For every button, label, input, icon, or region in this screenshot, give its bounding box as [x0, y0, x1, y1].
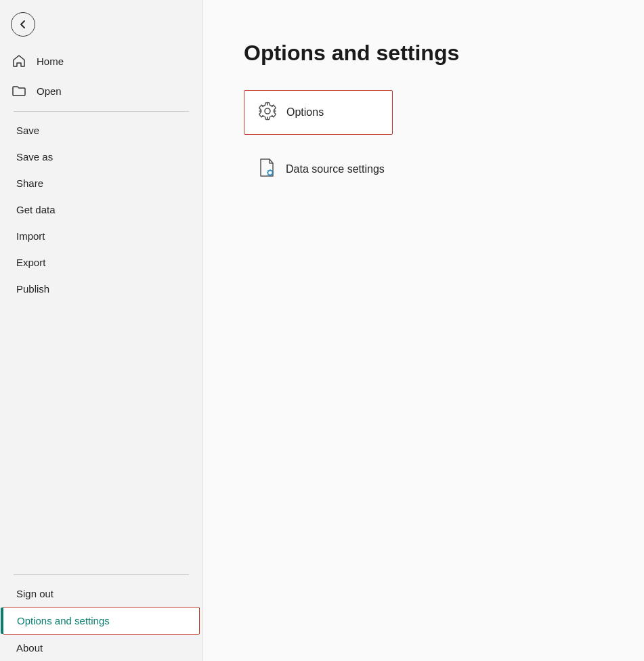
options-card-label: Options [286, 106, 324, 119]
sidebar-item-open-label: Open [37, 85, 62, 97]
folder-icon [11, 83, 27, 99]
main-content: Options and settings Options Data source… [203, 0, 644, 661]
sidebar-item-get-data[interactable]: Get data [0, 196, 202, 223]
sidebar-item-sign-out[interactable]: Sign out [0, 580, 202, 607]
sidebar-item-home-label: Home [37, 56, 64, 67]
bottom-divider [14, 574, 189, 575]
sidebar-item-save[interactable]: Save [0, 117, 202, 144]
sidebar-item-publish[interactable]: Publish [0, 276, 202, 302]
data-source-icon [257, 158, 276, 181]
svg-point-0 [265, 108, 270, 114]
gear-icon [258, 102, 277, 123]
options-card[interactable]: Options [244, 90, 393, 135]
nav-divider [14, 111, 189, 112]
home-icon [11, 53, 27, 69]
data-source-label: Data source settings [286, 163, 385, 175]
back-circle-icon[interactable] [11, 12, 35, 37]
sidebar-text-items: Save Save as Share Get data Import Expor… [0, 117, 202, 302]
sidebar-item-about[interactable]: About [0, 635, 202, 661]
sidebar-item-options-and-settings[interactable]: Options and settings [3, 607, 200, 635]
sidebar-bottom: Sign out Options and settings About [0, 569, 202, 661]
sidebar-item-home[interactable]: Home [0, 46, 202, 76]
sidebar: Home Open Save Save as Share Get data Im… [0, 0, 203, 661]
sidebar-item-open[interactable]: Open [0, 76, 202, 106]
sidebar-nav-top: Home Open [0, 43, 202, 106]
data-source-settings-card[interactable]: Data source settings [244, 147, 433, 192]
back-button[interactable] [0, 0, 202, 43]
sidebar-item-export[interactable]: Export [0, 249, 202, 276]
sidebar-item-import[interactable]: Import [0, 223, 202, 249]
page-title: Options and settings [244, 41, 610, 66]
sidebar-item-share[interactable]: Share [0, 170, 202, 196]
sidebar-item-save-as[interactable]: Save as [0, 144, 202, 170]
